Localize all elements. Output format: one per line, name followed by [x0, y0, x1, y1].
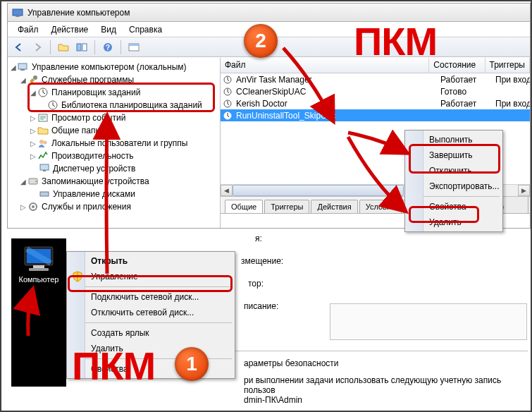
- forward-button[interactable]: [29, 39, 46, 56]
- help-button[interactable]: ?: [99, 39, 116, 56]
- menu-end[interactable]: Завершить: [407, 147, 501, 163]
- menu-open[interactable]: Открыть: [68, 253, 233, 269]
- security-text: ри выполнении задачи использовать следую…: [244, 375, 519, 395]
- disk-icon: [39, 188, 50, 200]
- services-icon: [27, 201, 39, 212]
- computer-mgmt-icon: [18, 61, 29, 73]
- separator: [94, 40, 95, 54]
- svg-point-19: [35, 181, 37, 182]
- menu-unmap-drive[interactable]: Отключить сетевой диск...: [68, 305, 233, 320]
- svg-point-22: [32, 205, 35, 208]
- tab-triggers[interactable]: Триггеры: [264, 200, 309, 213]
- library-icon: [47, 99, 58, 111]
- menu-action[interactable]: Действие: [46, 23, 94, 36]
- list-item[interactable]: CCleanerSkipUAC Готово: [221, 85, 530, 97]
- separator: [50, 40, 51, 54]
- action-button[interactable]: [125, 39, 142, 56]
- back-button[interactable]: [11, 39, 27, 56]
- expand-icon[interactable]: ◢: [9, 63, 18, 71]
- menu-view[interactable]: Вид: [95, 23, 122, 36]
- tree-storage[interactable]: ◢ Запоминающие устройства: [8, 175, 220, 188]
- event-icon: [37, 112, 49, 123]
- tree-root[interactable]: ◢ Управление компьютером (локальным): [8, 61, 220, 73]
- list-item[interactable]: Kerish Doctor Работает При входе любо: [221, 97, 530, 109]
- computer-label: Компьютер: [14, 275, 63, 284]
- expand-icon[interactable]: ◢: [29, 89, 37, 97]
- tree-disk-mgmt[interactable]: Управление дисками: [8, 188, 220, 200]
- computer-icon: [22, 246, 56, 274]
- separator: [120, 40, 121, 54]
- task-details: я:RunUninstallTool_SkipUac змещение:\ то…: [241, 231, 528, 313]
- menu-map-drive[interactable]: Подключить сетевой диск...: [68, 289, 233, 305]
- window-title: Управление компьютером: [27, 8, 130, 18]
- security-heading: араметры безопасности: [244, 358, 519, 368]
- menu-file[interactable]: Файл: [12, 23, 44, 36]
- menu-disable[interactable]: Отключить: [407, 163, 501, 178]
- svg-rect-1: [16, 16, 20, 17]
- tree-shared-folders[interactable]: ▷ Общие папки: [8, 124, 220, 137]
- svg-point-15: [44, 141, 47, 145]
- expand-icon[interactable]: ▷: [29, 140, 37, 147]
- app-icon: [12, 7, 23, 18]
- tree-device-manager[interactable]: Диспетчер устройств: [8, 162, 220, 175]
- security-section: араметры безопасности ри выполнении зада…: [235, 351, 528, 408]
- folder-button[interactable]: [55, 39, 72, 56]
- menu-delete[interactable]: Удалить: [407, 214, 501, 230]
- svg-rect-17: [43, 170, 46, 171]
- show-hide-button[interactable]: [73, 39, 90, 56]
- svg-rect-2: [77, 44, 81, 51]
- menu-separator: [70, 322, 232, 323]
- svg-rect-29: [33, 265, 44, 268]
- svg-point-14: [39, 140, 44, 144]
- tree-system-tools[interactable]: ◢ Служебные программы: [8, 73, 220, 86]
- list-item-selected[interactable]: RunUninstallTool_SkipUac: [221, 109, 530, 121]
- tree-event-viewer[interactable]: ▷ Просмотр событий: [8, 111, 220, 124]
- task-icon: [222, 86, 233, 97]
- menu-help[interactable]: Справка: [123, 23, 168, 36]
- svg-rect-30: [29, 268, 49, 271]
- col-state[interactable]: Состояние: [429, 58, 485, 73]
- menu-export[interactable]: Экспортировать...: [407, 178, 501, 194]
- scroll-left-button[interactable]: ◀: [221, 185, 233, 196]
- annotation-text-pkm-top: ПКМ: [354, 18, 437, 64]
- expand-icon[interactable]: ◢: [19, 178, 27, 186]
- list-item[interactable]: AnVir Task Manager Работает При входе лю…: [221, 73, 530, 85]
- tab-general[interactable]: Общие: [225, 200, 263, 213]
- expand-icon[interactable]: ▷: [29, 127, 37, 135]
- tab-actions[interactable]: Действия: [311, 200, 357, 213]
- task-icon: [222, 98, 233, 109]
- desktop-computer-icon[interactable]: Компьютер: [14, 246, 63, 284]
- tree-scheduler-library[interactable]: Библиотека планировщика заданий: [8, 99, 220, 111]
- tree-services-apps[interactable]: ▷ Службы и приложения: [8, 200, 220, 213]
- menu-create-shortcut[interactable]: Создать ярлык: [68, 325, 233, 341]
- svg-rect-9: [20, 69, 25, 71]
- col-triggers[interactable]: Триггеры: [485, 58, 531, 73]
- expand-icon[interactable]: ▷: [29, 152, 37, 160]
- expand-icon[interactable]: ▷: [19, 203, 27, 211]
- device-icon: [39, 163, 50, 174]
- menu-properties[interactable]: Свойства: [407, 199, 501, 214]
- titlebar[interactable]: Управление компьютером: [8, 4, 530, 22]
- menu-manage[interactable]: Управление: [68, 269, 233, 284]
- shield-icon: [72, 271, 83, 282]
- svg-rect-20: [40, 192, 49, 196]
- users-icon: [37, 138, 49, 149]
- scroll-right-button[interactable]: ▶: [518, 185, 530, 196]
- tools-icon: [27, 74, 39, 85]
- tree-performance[interactable]: ▷ Производительность: [8, 150, 220, 162]
- menu-run[interactable]: Выполнить: [407, 132, 501, 147]
- folder-shared-icon: [37, 125, 49, 136]
- tab-conditions[interactable]: Условия: [359, 200, 402, 213]
- tree-scheduler[interactable]: ◢ Планировщик заданий: [8, 86, 220, 99]
- svg-rect-0: [13, 9, 23, 16]
- tree-users-groups[interactable]: ▷ Локальные пользователи и группы: [8, 137, 220, 150]
- perf-icon: [37, 150, 49, 162]
- task-icon: [222, 110, 233, 121]
- security-account: dmin-ПК\Admin: [244, 395, 519, 405]
- clock-icon: [37, 87, 49, 98]
- expand-icon[interactable]: ▷: [29, 114, 37, 122]
- tree-pane[interactable]: ◢ Управление компьютером (локальным) ◢ С…: [8, 58, 221, 228]
- expand-icon[interactable]: ◢: [19, 76, 27, 84]
- task-icon: [222, 74, 233, 85]
- scroll-thumb[interactable]: [233, 185, 404, 196]
